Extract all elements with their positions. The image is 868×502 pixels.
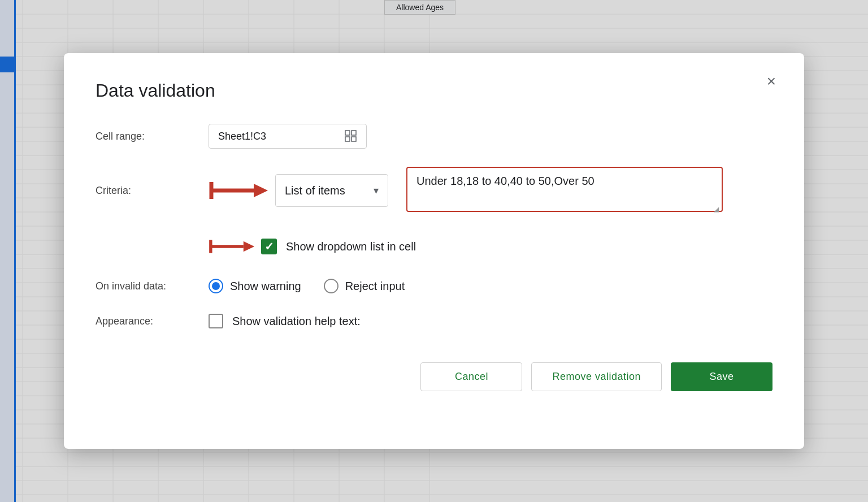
data-validation-dialog: × Data validation Cell range: Sheet1!C3: [64, 53, 804, 449]
criteria-dropdown[interactable]: List of items ▾: [275, 174, 388, 207]
grid-select-icon[interactable]: [345, 130, 357, 142]
items-input[interactable]: [406, 167, 723, 212]
criteria-row: Criteria: List of items ▾: [96, 167, 772, 214]
invalid-data-label: On invalid data:: [96, 280, 209, 292]
criteria-label: Criteria:: [96, 185, 209, 197]
show-dropdown-label: Show dropdown list in cell: [286, 240, 416, 253]
close-button[interactable]: ×: [759, 69, 784, 94]
svg-rect-48: [351, 137, 356, 141]
svg-marker-54: [244, 241, 254, 252]
dialog-footer: Cancel Remove validation Save: [96, 362, 772, 391]
save-button[interactable]: Save: [671, 362, 772, 391]
svg-rect-45: [345, 131, 350, 135]
criteria-arrow-annotation: [209, 176, 271, 205]
items-input-wrapper: ◢: [397, 167, 723, 214]
svg-marker-51: [254, 184, 268, 197]
svg-rect-46: [351, 131, 356, 135]
show-warning-option[interactable]: Show warning: [209, 279, 301, 293]
dropdown-arrow-annotation: [209, 232, 257, 261]
appearance-row: Appearance: Show validation help text:: [96, 314, 772, 328]
criteria-arrow-icon: [209, 176, 271, 205]
invalid-data-radio-group: Show warning Reject input: [209, 279, 405, 293]
modal-overlay: × Data validation Cell range: Sheet1!C3: [0, 0, 868, 502]
criteria-dropdown-value: List of items: [285, 184, 345, 197]
show-dropdown-checkbox[interactable]: ✓: [261, 239, 277, 254]
dropdown-arrow-icon: [209, 232, 257, 261]
svg-rect-47: [345, 137, 350, 141]
help-text-checkbox[interactable]: [209, 314, 223, 328]
radio-selected-dot: [212, 282, 220, 290]
show-dropdown-row: ✓ Show dropdown list in cell: [96, 232, 772, 261]
show-warning-radio[interactable]: [209, 279, 223, 293]
help-text-label: Show validation help text:: [232, 315, 361, 328]
cancel-button[interactable]: Cancel: [420, 362, 522, 391]
remove-validation-button[interactable]: Remove validation: [531, 362, 662, 391]
checkmark-icon: ✓: [264, 240, 274, 253]
show-warning-label: Show warning: [230, 280, 301, 293]
cell-range-label: Cell range:: [96, 131, 209, 142]
dropdown-chevron-icon: ▾: [374, 184, 379, 197]
reject-input-radio[interactable]: [324, 279, 338, 293]
cell-range-row: Cell range: Sheet1!C3: [96, 124, 772, 149]
resize-handle-icon: ◢: [714, 205, 721, 212]
cell-range-field[interactable]: Sheet1!C3: [209, 124, 367, 149]
appearance-label: Appearance:: [96, 315, 209, 327]
invalid-data-row: On invalid data: Show warning Reject inp…: [96, 279, 772, 293]
reject-input-label: Reject input: [345, 280, 405, 293]
dialog-title: Data validation: [96, 80, 772, 101]
cell-range-value: Sheet1!C3: [218, 131, 266, 142]
reject-input-option[interactable]: Reject input: [324, 279, 405, 293]
